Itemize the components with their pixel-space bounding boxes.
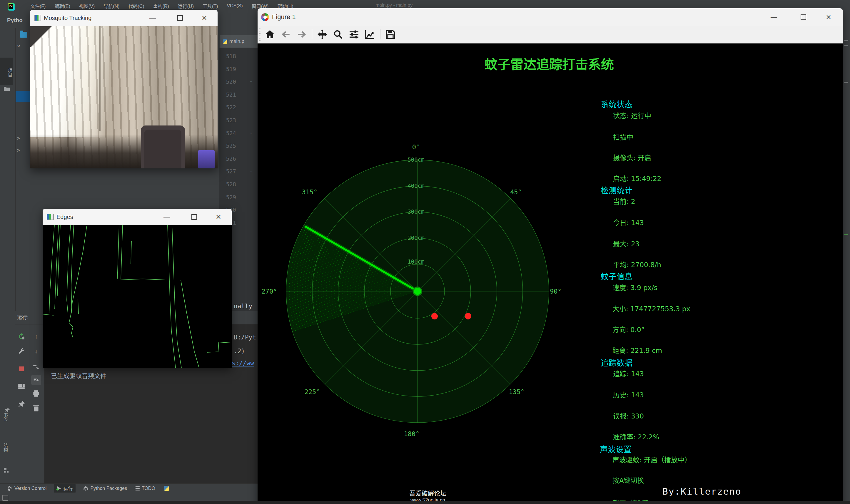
fold-marker-icon[interactable]: ⌄: [249, 169, 253, 174]
maximize-button[interactable]: [793, 8, 814, 26]
stats-value: 方向: 0.0°: [613, 324, 644, 334]
fold-marker-icon[interactable]: ⌄: [249, 130, 253, 134]
line-numbers: 5185195205215225235245255265275285295305…: [219, 50, 236, 229]
statusbar-corner-icon[interactable]: [2, 495, 8, 501]
sidebar-tab-project[interactable]: 项目: [0, 58, 13, 85]
minimize-button[interactable]: —: [156, 209, 177, 225]
project-root-folder-icon[interactable]: [20, 32, 27, 38]
scrollbar-mark: [844, 234, 848, 235]
sidebar-tab-structure-label: 结构: [3, 443, 8, 452]
opencv-window-icon: [47, 214, 54, 220]
figure-window-title: Figure 1: [272, 13, 296, 21]
close-button[interactable]: ×: [818, 8, 839, 26]
taskbar-edge: [0, 501, 850, 504]
editor-tab-label: main.p: [229, 38, 244, 44]
minimize-button[interactable]: —: [142, 10, 163, 26]
scrollbar-mark: [844, 40, 848, 41]
chevron-down-icon[interactable]: >: [16, 45, 21, 47]
chair-silhouette: [141, 125, 185, 168]
window-frame: [99, 26, 101, 131]
menu-item[interactable]: 文件(F): [26, 2, 50, 10]
menu-item[interactable]: 编辑(E): [50, 2, 74, 10]
trash-icon[interactable]: [32, 404, 40, 412]
console-link[interactable]: s://ww: [232, 360, 254, 367]
zoom-button[interactable]: [332, 29, 344, 40]
settings-wrench-icon[interactable]: [18, 347, 25, 355]
editor-tab-main-py[interactable]: main.p: [220, 35, 258, 48]
editor-scrollbar-strip[interactable]: [843, 0, 850, 504]
fold-marker-icon[interactable]: ⌄: [249, 78, 253, 83]
line-number: 523: [219, 114, 236, 127]
close-button[interactable]: ×: [208, 209, 229, 225]
arrow-up-icon[interactable]: ↑: [32, 333, 40, 340]
menu-item[interactable]: VCS(S): [222, 3, 247, 8]
stats-value: 距离: 221.9 cm: [613, 345, 662, 355]
stats-value: 误报: 330: [613, 411, 644, 420]
toolbar-item-label: 运行: [63, 485, 73, 492]
rerun-icon[interactable]: [18, 333, 25, 340]
maximize-button[interactable]: [170, 10, 190, 26]
mosquito-titlebar[interactable]: Mosquito Tracking — ×: [30, 10, 217, 26]
toolbar-item-version-control[interactable]: Version Control: [8, 486, 47, 491]
screen: 文件(F)编辑(E)视图(V)导航(N)代码(C)重构(R)运行(U)工具(T)…: [0, 0, 850, 504]
maximize-button[interactable]: [184, 209, 204, 225]
line-number: 524: [219, 127, 236, 140]
chevron-right-icon[interactable]: >: [17, 148, 20, 153]
figure-toolbar: [258, 26, 843, 43]
pin-icon[interactable]: [18, 400, 25, 408]
edges-titlebar[interactable]: Edges — ×: [42, 209, 232, 225]
axes-edit-icon[interactable]: [364, 29, 376, 40]
home-button[interactable]: [264, 29, 276, 40]
toolbar-separator: [312, 30, 312, 39]
stats-value: 历史: 143: [613, 390, 644, 399]
chevron-right-icon[interactable]: >: [17, 136, 20, 141]
angle-label: 225°: [305, 388, 320, 396]
angle-label: 135°: [509, 388, 525, 396]
ring-label: 400cm: [408, 182, 424, 189]
radar-canvas: 蚊子雷达追踪打击系统 0°45°90°135°180°225°270°315° …: [258, 43, 843, 504]
angle-label: 270°: [262, 288, 277, 295]
figure-titlebar[interactable]: Figure 1 — ×: [258, 8, 843, 26]
layout-icon[interactable]: [18, 383, 25, 390]
toolbar-drag-handle[interactable]: [259, 28, 261, 41]
line-number: 526: [219, 152, 236, 165]
stats-value: 启动: 15:49:22: [613, 173, 661, 183]
ring-label: 300cm: [408, 209, 424, 215]
scrollbar-mark: [844, 82, 848, 83]
angle-label: 45°: [510, 188, 522, 196]
back-button[interactable]: [280, 29, 292, 40]
menu-item[interactable]: 视图(V): [75, 2, 99, 10]
save-button[interactable]: [385, 29, 396, 40]
stats-value: 今日: 143: [613, 217, 644, 227]
menu-item[interactable]: 工具(T): [198, 2, 222, 10]
edge-lines: [42, 225, 232, 367]
stats-heading: 蚊子信息: [601, 270, 633, 282]
menu-item[interactable]: 运行(U): [174, 2, 198, 10]
minimize-button[interactable]: —: [764, 8, 784, 26]
arrow-down-icon[interactable]: ↓: [32, 347, 40, 355]
skip-icon[interactable]: [32, 363, 40, 371]
subplot-settings-icon[interactable]: [348, 29, 360, 40]
sidebar-tab-bookmarks[interactable]: 书签: [2, 413, 8, 421]
scroll-to-end-icon[interactable]: [31, 375, 41, 385]
purple-object: [198, 150, 215, 168]
forward-button[interactable]: [296, 29, 307, 40]
line-number: 528: [219, 178, 236, 191]
ring-label: 500cm: [408, 156, 424, 163]
menu-item[interactable]: 导航(N): [99, 2, 124, 10]
close-button[interactable]: ×: [194, 10, 215, 26]
pan-button[interactable]: [316, 29, 328, 40]
toolbar-item-python-packages[interactable]: Python Packages: [83, 486, 127, 491]
pin-icon[interactable]: [4, 407, 10, 413]
sidebar-tab-structure[interactable]: 结构: [2, 443, 8, 452]
python-console-icon[interactable]: [164, 486, 169, 491]
toolbar-item-run[interactable]: 运行: [54, 484, 75, 493]
toolbar-item-label: Python Packages: [90, 486, 127, 491]
run-play-icon: [57, 486, 61, 491]
printer-icon[interactable]: [32, 390, 40, 397]
stop-icon[interactable]: [18, 365, 25, 373]
toolbar-item-todo[interactable]: TODO: [135, 486, 155, 491]
menu-item[interactable]: 重构(R): [149, 2, 174, 10]
menu-item[interactable]: 代码(C): [124, 2, 148, 10]
stats-value: 当前: 2: [613, 196, 635, 206]
